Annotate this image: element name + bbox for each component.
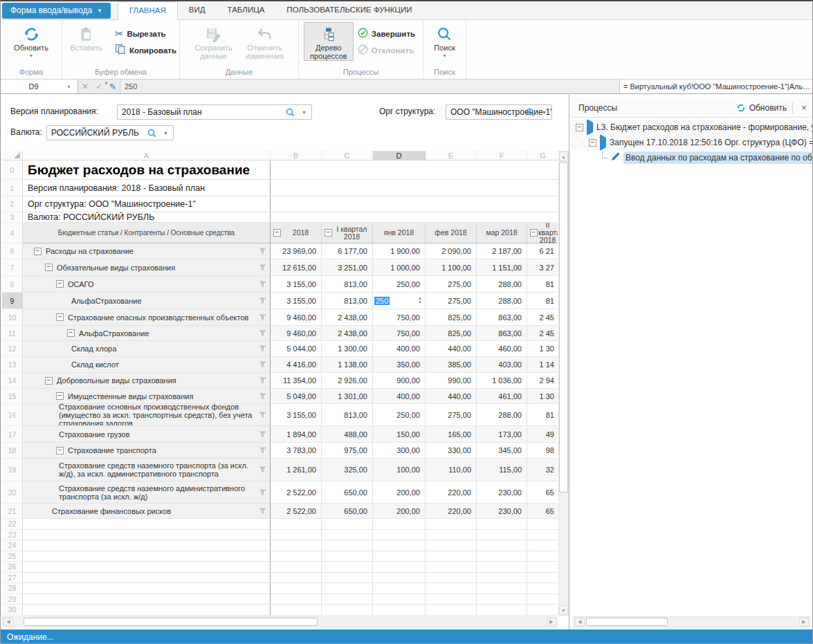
- select-all-corner[interactable]: [2, 151, 23, 160]
- search-icon[interactable]: [526, 108, 535, 119]
- cell[interactable]: 250▲▼: [373, 293, 426, 309]
- row-header[interactable]: 24: [2, 540, 23, 551]
- cell[interactable]: 1 30: [527, 341, 558, 357]
- cell[interactable]: 1 100,00: [426, 259, 477, 276]
- cell[interactable]: 23 969,00: [271, 243, 322, 259]
- process-tree-button[interactable]: Дерево процессов: [304, 22, 354, 61]
- row-header[interactable]: 16: [2, 404, 23, 426]
- cell[interactable]: 975,00: [322, 443, 373, 459]
- cell[interactable]: 11 354,00: [271, 373, 322, 389]
- search-icon[interactable]: [147, 129, 156, 140]
- cell[interactable]: 110,00: [426, 459, 477, 481]
- cell[interactable]: [426, 573, 477, 584]
- scroll-left-arrow-icon[interactable]: ◀: [575, 618, 585, 626]
- row-header[interactable]: 9: [2, 293, 23, 309]
- cell[interactable]: [527, 605, 558, 616]
- cell[interactable]: 250,00: [373, 276, 426, 293]
- cell[interactable]: [477, 583, 527, 594]
- cell[interactable]: 150,00: [373, 426, 426, 443]
- horizontal-scrollbar[interactable]: ◀ ▶: [2, 616, 558, 627]
- row-header[interactable]: 28: [2, 583, 23, 594]
- collapse-icon[interactable]: −: [56, 280, 64, 288]
- cell[interactable]: 3 155,00: [271, 404, 322, 426]
- spinner-control[interactable]: ▲▼: [418, 297, 423, 304]
- cell[interactable]: [322, 519, 373, 530]
- cell[interactable]: [373, 519, 426, 530]
- cell[interactable]: [477, 540, 527, 551]
- filter-icon[interactable]: [259, 281, 266, 289]
- row-header[interactable]: 25: [2, 551, 23, 562]
- cell[interactable]: 825,00: [426, 309, 477, 326]
- cell[interactable]: [527, 530, 558, 541]
- cell[interactable]: 81: [527, 276, 558, 293]
- cell[interactable]: 750,00: [373, 309, 426, 326]
- cell[interactable]: 345,00: [477, 443, 527, 459]
- row-label-cell[interactable]: −Страхование транспорта: [23, 443, 271, 459]
- info-cell[interactable]: Валюта: РОССИЙСКИЙ РУБЛЬ: [23, 212, 271, 223]
- column-header-B[interactable]: B: [271, 151, 322, 160]
- cell[interactable]: [373, 573, 426, 584]
- row-header[interactable]: 10: [2, 309, 23, 326]
- cell[interactable]: 750,00: [373, 326, 426, 341]
- cell[interactable]: 1 000,00: [373, 259, 426, 276]
- filter-icon[interactable]: [259, 361, 266, 369]
- filter-icon[interactable]: [259, 489, 266, 497]
- collapse-icon[interactable]: −: [325, 229, 332, 237]
- row-label-cell[interactable]: АльфаСтрахование: [23, 293, 271, 309]
- row-header[interactable]: 13: [2, 357, 23, 373]
- undo-changes-button[interactable]: Отменить изменения: [240, 22, 290, 61]
- cell[interactable]: [426, 540, 477, 551]
- cell[interactable]: 98: [527, 443, 558, 459]
- cell[interactable]: [322, 540, 373, 551]
- cell[interactable]: 1 14: [527, 357, 558, 373]
- chevron-down-icon[interactable]: ▼: [163, 131, 168, 136]
- cell[interactable]: [322, 583, 373, 594]
- row-header[interactable]: 6: [2, 243, 23, 259]
- cell[interactable]: 863,00: [477, 326, 527, 341]
- scroll-left-arrow-icon[interactable]: ◀: [3, 618, 13, 626]
- cell[interactable]: [322, 551, 373, 562]
- cell[interactable]: 4 416,00: [271, 357, 322, 373]
- row-header[interactable]: 7: [2, 259, 23, 276]
- cell[interactable]: 1 036,00: [477, 373, 527, 389]
- cell[interactable]: 200,00: [373, 481, 426, 504]
- spinner-down-icon[interactable]: ▼: [418, 301, 422, 304]
- row-label-cell[interactable]: [23, 530, 271, 541]
- cell[interactable]: [271, 212, 558, 223]
- cell[interactable]: 2 522,00: [271, 504, 322, 519]
- cell[interactable]: 6 177,00: [322, 243, 373, 259]
- edit-formula-icon[interactable]: x✎: [106, 80, 120, 93]
- filter-icon[interactable]: [259, 431, 266, 439]
- cell[interactable]: [426, 605, 477, 616]
- collapse-icon[interactable]: −: [45, 377, 53, 385]
- cell[interactable]: [477, 605, 527, 616]
- row-label-cell[interactable]: Страхование средств наземного транспорта…: [23, 459, 271, 481]
- cell[interactable]: [426, 562, 477, 573]
- row-header[interactable]: 20: [2, 481, 23, 504]
- cell[interactable]: [527, 573, 558, 584]
- cell[interactable]: 863,00: [477, 309, 527, 326]
- cell[interactable]: 230,00: [477, 481, 527, 504]
- scroll-up-arrow-icon[interactable]: ▲: [559, 151, 568, 161]
- collapse-icon[interactable]: −: [45, 264, 53, 271]
- row-label-cell[interactable]: −Добровольные виды страхования: [23, 373, 271, 389]
- cell[interactable]: [477, 573, 527, 584]
- cell-editor[interactable]: 250▲▼: [373, 293, 425, 309]
- vertical-scrollbar[interactable]: ▲ ▼: [558, 151, 569, 616]
- cell[interactable]: 650,00: [322, 481, 373, 504]
- row-header[interactable]: 0: [2, 160, 23, 180]
- collapse-icon[interactable]: −: [34, 248, 42, 255]
- info-cell[interactable]: Версия планирования: 2018 - Базовый план: [23, 180, 271, 196]
- cell[interactable]: [527, 540, 558, 551]
- cell[interactable]: 81: [527, 293, 558, 309]
- row-header[interactable]: 18: [2, 443, 23, 459]
- cell[interactable]: 400,00: [373, 389, 426, 404]
- cell[interactable]: 5 049,00: [271, 389, 322, 404]
- cell[interactable]: 460,00: [477, 341, 527, 357]
- cell[interactable]: [426, 551, 477, 562]
- cell[interactable]: 2 926,00: [322, 373, 373, 389]
- confirm-entry-icon[interactable]: ✓: [92, 80, 106, 93]
- cell[interactable]: 461,00: [477, 389, 527, 404]
- cell[interactable]: 1 151,00: [477, 259, 527, 276]
- cell[interactable]: [271, 530, 322, 541]
